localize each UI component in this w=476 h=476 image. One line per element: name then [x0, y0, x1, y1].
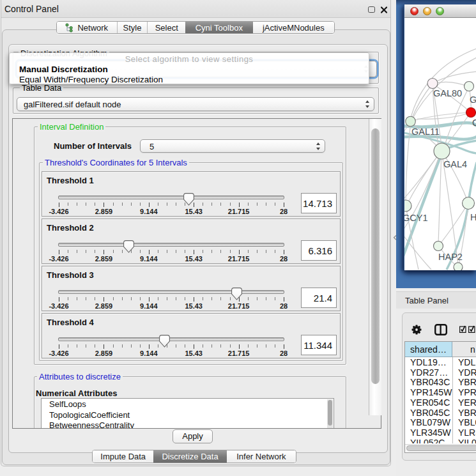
svg-text:HAP2: HAP2	[438, 252, 463, 262]
svg-text:H: H	[470, 212, 476, 222]
svg-text:C: C	[472, 118, 476, 128]
svg-text:GCY1: GCY1	[404, 213, 428, 223]
svg-text:GAL4: GAL4	[443, 159, 467, 169]
svg-text:GA: GA	[470, 95, 476, 105]
svg-text:GAL11: GAL11	[411, 127, 440, 137]
svg-text:GAL80: GAL80	[433, 88, 462, 98]
